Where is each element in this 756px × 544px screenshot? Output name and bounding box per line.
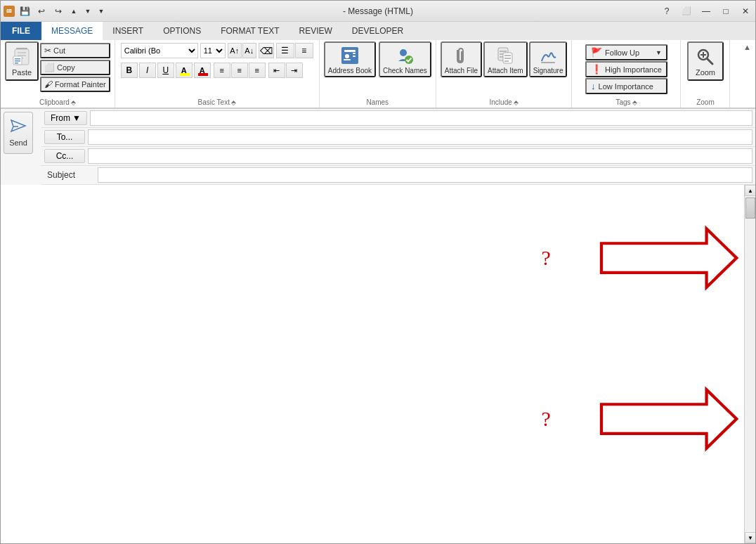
email-body-textarea[interactable] [1,185,744,543]
clipboard-content: Paste ✂ Cut ⬜ Copy 🖌 Format Painte [5,41,110,97]
align-center-button[interactable]: ≡ [231,63,248,78]
save-quick-btn[interactable]: 💾 [18,4,32,18]
address-book-button[interactable]: Address Book [324,41,376,77]
include-expand-icon[interactable]: ⬘ [514,99,519,106]
format-painter-button[interactable]: 🖌 Format Painter [40,77,110,92]
tab-message[interactable]: MESSAGE [41,22,103,40]
attach-file-icon [450,44,472,67]
paste-label: Paste [12,68,32,77]
tab-developer[interactable]: DEVELOPER [342,22,413,40]
svg-rect-25 [541,62,555,63]
maximize-button[interactable]: □ [716,1,736,21]
font-name-select[interactable]: Calibri (Bo [121,43,198,58]
tags-content: 🚩 Follow Up ▼ ❗ High Importance ↓ Low Im… [585,41,667,94]
scroll-thumb[interactable] [745,197,755,219]
from-input[interactable] [90,110,752,126]
restore-button[interactable]: ⬜ [677,1,696,21]
scroll-up-button[interactable]: ▲ [745,185,755,196]
font-color-button[interactable]: A [194,63,211,78]
zoom-content: Zoom [687,41,724,81]
bullets-button[interactable]: ☰ [276,43,294,58]
high-importance-label: High Importance [605,65,662,74]
undo-quick-btn[interactable]: ↩ [34,4,48,18]
from-row: From ▼ [41,109,755,128]
next-btn[interactable]: ▼ [82,4,93,18]
tab-format-text[interactable]: FORMAT TEXT [211,22,289,40]
paste-button[interactable]: Paste [5,41,39,81]
clear-format-button[interactable]: ⌫ [259,43,274,58]
help-button[interactable]: ? [657,1,677,21]
clipboard-group-label: Clipboard ⬘ [5,97,110,106]
high-importance-button[interactable]: ❗ High Importance [585,61,667,77]
svg-rect-18 [500,51,507,52]
format-row: B I U A A ≡ ≡ ≡ [121,63,313,78]
names-content: Address Book Check Names [324,41,431,77]
follow-up-button[interactable]: 🚩 Follow Up ▼ [585,44,667,60]
names-group-label: Names [324,97,431,106]
svg-rect-9 [341,47,358,64]
scrollbar-y[interactable]: ▲ ▼ [744,185,755,543]
include-group: Attach File [436,40,573,108]
ribbon-collapse-button[interactable]: ▲ [739,40,755,54]
svg-point-11 [345,54,349,58]
cc-input[interactable] [88,148,752,164]
attach-item-label: Attach Item [488,67,523,75]
attach-file-button[interactable]: Attach File [441,41,482,77]
numbering-button[interactable]: ≡ [295,43,313,58]
address-book-icon [339,44,361,67]
zoom-group-label: Zoom [685,97,725,106]
tab-insert[interactable]: INSERT [103,22,153,40]
zoom-label: Zoom [696,68,715,77]
tags-expand-icon[interactable]: ⬘ [632,99,637,106]
underline-button[interactable]: U [157,63,174,78]
font-size-select[interactable]: 11 [200,43,226,58]
to-input[interactable] [88,129,752,145]
tab-review[interactable]: REVIEW [289,22,342,40]
copy-button[interactable]: ⬜ Copy [40,60,110,75]
paste-icon [11,46,33,68]
copy-label: Copy [57,63,75,72]
redo-quick-btn[interactable]: ↪ [51,4,65,18]
font-size-buttons: A↑ A↓ [228,43,256,58]
send-button[interactable]: Send [4,112,33,154]
clipboard-expand-icon[interactable]: ⬘ [71,99,76,106]
align-left-button[interactable]: ≡ [214,63,230,78]
prev-btn[interactable]: ▲ [68,4,79,18]
titlebar-buttons: ? ⬜ — □ ✕ [657,1,755,21]
from-label: From [51,113,70,123]
ribbon-bar: Paste ✂ Cut ⬜ Copy 🖌 Format Painte [1,40,755,109]
attach-item-button[interactable]: Attach Item [483,41,528,77]
to-row: To... [41,128,755,147]
svg-rect-2 [18,52,26,53]
send-icon [10,119,27,136]
font-shrink-button[interactable]: A↓ [242,43,256,58]
cc-button[interactable]: Cc... [44,149,85,163]
signature-icon [537,44,559,67]
align-right-button[interactable]: ≡ [249,63,266,78]
tab-file[interactable]: FILE [1,22,41,40]
tab-options[interactable]: OPTIONS [153,22,211,40]
decrease-indent-button[interactable]: ⇤ [268,63,285,78]
check-names-button[interactable]: Check Names [379,41,431,77]
low-importance-button[interactable]: ↓ Low Importance [585,78,667,94]
include-content: Attach File [441,41,568,77]
signature-button[interactable]: Signature [529,41,568,77]
customize-btn[interactable]: ▼ [96,4,106,18]
italic-button[interactable]: I [139,63,156,78]
close-button[interactable]: ✕ [736,1,755,21]
increase-indent-button[interactable]: ⇥ [286,63,303,78]
bold-button[interactable]: B [121,63,138,78]
svg-rect-14 [353,56,356,57]
from-button[interactable]: From ▼ [44,111,87,125]
font-grow-button[interactable]: A↑ [228,43,242,58]
subject-input[interactable] [98,167,752,183]
minimize-button[interactable]: — [696,1,716,21]
basic-text-expand-icon[interactable]: ⬘ [231,99,236,106]
highlight-button[interactable]: A [176,63,193,78]
cut-button[interactable]: ✂ Cut [40,43,110,58]
zoom-icon [694,46,717,68]
align-buttons: ≡ ≡ ≡ [214,63,266,78]
zoom-button[interactable]: Zoom [687,41,724,81]
scroll-down-button[interactable]: ▼ [745,532,755,543]
to-button[interactable]: To... [44,130,85,144]
